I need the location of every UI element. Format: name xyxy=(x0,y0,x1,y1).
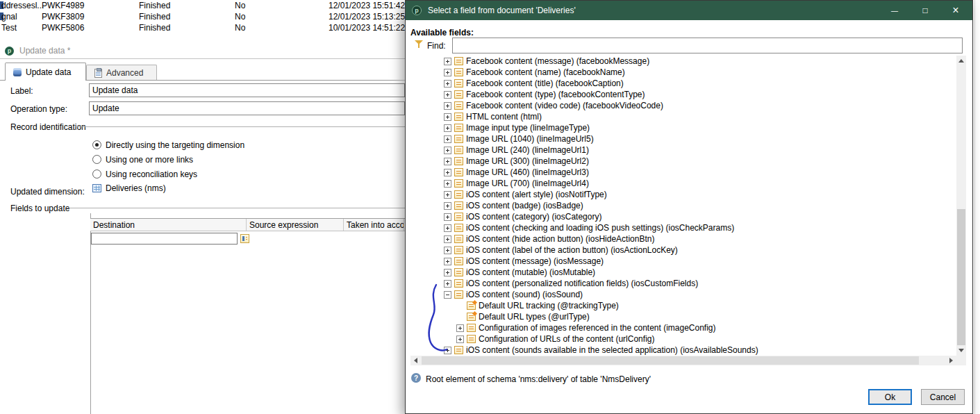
tree-item[interactable]: Image URL (300) (lineImageUrl2) xyxy=(410,156,956,167)
tree-item-label: Image URL (300) (lineImageUrl2) xyxy=(466,156,589,166)
tree-item[interactable]: Configuration of URLs of the content (ur… xyxy=(410,333,956,345)
pane-title: Update data * xyxy=(19,46,70,56)
element-icon xyxy=(454,257,463,265)
tree-item[interactable]: iOS content (sound) (iosSound) xyxy=(410,289,956,300)
tree-item[interactable]: iOS content (alert style) (iosNotifType) xyxy=(410,189,956,200)
element-icon xyxy=(454,235,463,243)
radio-icon[interactable] xyxy=(92,169,101,179)
minimize-icon[interactable] xyxy=(879,1,910,20)
table-row[interactable]: gnalPWKF3809FinishedNo12/01/2023 15:13:2… xyxy=(0,11,405,22)
tab-advanced[interactable]: Advanced xyxy=(86,65,157,81)
tree-item[interactable]: Facebook content (title) (facebookCaptio… xyxy=(410,78,956,89)
expand-icon[interactable] xyxy=(444,224,451,232)
table-row[interactable]: ddressesl...PWKF4989FinishedNo12/01/2023… xyxy=(0,0,405,11)
tree-item[interactable]: Default URL tracking (@trackingType) xyxy=(410,300,956,311)
scroll-right-icon[interactable] xyxy=(946,356,956,365)
column-header[interactable]: Taken into accou xyxy=(344,219,404,231)
expand-icon[interactable] xyxy=(444,258,451,265)
tree-item[interactable]: Configuration of images referenced in th… xyxy=(410,322,956,333)
tree-item[interactable]: Image URL (460) (lineImageUrl3) xyxy=(410,167,956,178)
expand-icon[interactable] xyxy=(444,280,451,288)
tree-item[interactable]: Image URL (240) (lineImageUrl1) xyxy=(410,144,956,156)
expand-icon[interactable] xyxy=(444,169,451,176)
tree-item-label: iOS content (mutable) (iosMutable) xyxy=(466,267,595,277)
table-row[interactable]: TestPWKF5806FinishedNo10/01/2023 14:51:2… xyxy=(0,22,405,33)
tree-item[interactable]: iOS content (checking and loading iOS pu… xyxy=(410,222,956,233)
radio-option[interactable]: Using reconciliation keys xyxy=(92,167,244,181)
expand-icon[interactable] xyxy=(456,324,464,332)
collapse-icon[interactable] xyxy=(444,291,451,299)
tree-item[interactable]: iOS content (category) (iosCategory) xyxy=(410,211,956,222)
expand-icon[interactable] xyxy=(444,235,451,243)
expand-icon[interactable] xyxy=(456,336,464,343)
expand-icon[interactable] xyxy=(444,113,451,121)
horizontal-scrollbar[interactable] xyxy=(410,356,956,365)
expand-icon[interactable] xyxy=(444,180,451,188)
expand-icon[interactable] xyxy=(444,124,451,132)
find-input[interactable] xyxy=(452,38,963,53)
ok-button[interactable]: Ok xyxy=(868,389,912,405)
tree-item[interactable]: Facebook content (name) (facebookName) xyxy=(410,67,956,78)
table-cell: No xyxy=(235,12,245,22)
expand-icon[interactable] xyxy=(444,347,451,354)
close-icon[interactable] xyxy=(940,1,971,20)
expand-icon[interactable] xyxy=(444,213,451,221)
record-identification-label: Record identification xyxy=(10,122,86,132)
label-input[interactable] xyxy=(89,83,405,97)
tree-item[interactable]: Facebook content (message) (facebookMess… xyxy=(410,56,956,67)
tree-item-label: Image URL (700) (lineImageUrl4) xyxy=(466,179,589,188)
expand-icon[interactable] xyxy=(444,147,451,154)
maximize-icon[interactable] xyxy=(910,1,940,20)
table-cell: PWKF5806 xyxy=(42,23,84,33)
horizontal-scroll-thumb[interactable] xyxy=(422,356,919,365)
scroll-left-icon[interactable] xyxy=(410,356,421,365)
tree-item-label: Default URL tracking (@trackingType) xyxy=(479,301,619,310)
expand-icon[interactable] xyxy=(444,202,451,210)
vertical-scroll-thumb[interactable] xyxy=(957,209,965,345)
field-picker-icon[interactable] xyxy=(240,234,249,243)
radio-icon[interactable] xyxy=(92,155,101,164)
tree-item[interactable]: Image URL (700) (lineImageUrl4) xyxy=(410,178,956,189)
expand-icon[interactable] xyxy=(444,135,451,143)
tree-item[interactable]: iOS content (badge) (iosBadge) xyxy=(410,200,956,211)
tab-update-data[interactable]: Update data xyxy=(5,63,86,81)
tree-item[interactable]: iOS content (message) (iosMessage) xyxy=(410,256,956,267)
radio-selected-icon[interactable] xyxy=(92,140,101,149)
expand-icon[interactable] xyxy=(444,158,451,165)
schema-table-icon xyxy=(92,184,101,192)
scroll-up-icon[interactable] xyxy=(956,56,966,66)
radio-option[interactable]: Directly using the targeting dimension xyxy=(92,138,244,152)
expand-icon[interactable] xyxy=(444,247,451,254)
tree-item[interactable]: iOS content (personalized notification f… xyxy=(410,278,956,289)
tree-item[interactable]: iOS content (label of the action button)… xyxy=(410,245,956,256)
tree-item[interactable]: Facebook content (type) (facebookContent… xyxy=(410,89,956,100)
tree-item[interactable]: iOS content (mutable) (iosMutable) xyxy=(410,267,956,278)
tree-item[interactable]: Image input type (lineImageType) xyxy=(410,122,956,133)
expand-icon[interactable] xyxy=(444,58,451,65)
expand-icon[interactable] xyxy=(444,69,451,76)
tree-item[interactable]: iOS content (sounds available in the sel… xyxy=(410,345,956,356)
column-header[interactable]: Source expression xyxy=(247,219,344,231)
cancel-button[interactable]: Cancel xyxy=(921,389,965,405)
column-header[interactable]: Destination xyxy=(90,219,247,231)
expand-icon[interactable] xyxy=(444,102,451,110)
expand-icon[interactable] xyxy=(444,91,451,99)
radio-option[interactable]: Using one or more links xyxy=(92,152,244,167)
tree-item[interactable]: Facebook content (video code) (facebookV… xyxy=(410,100,956,111)
dialog-titlebar[interactable]: Select a field from document 'Deliveries… xyxy=(406,1,972,20)
element-icon xyxy=(454,190,463,199)
tree-item[interactable]: Default URL types (@urlType) xyxy=(410,311,956,322)
tree-item[interactable]: HTML content (html) xyxy=(410,111,956,122)
scroll-down-icon[interactable] xyxy=(956,345,966,356)
vertical-scrollbar[interactable] xyxy=(956,56,966,356)
expand-icon[interactable] xyxy=(444,269,451,276)
update-data-activity-icon xyxy=(5,47,14,56)
operation-type-input[interactable] xyxy=(89,101,405,115)
tree-item[interactable]: iOS content (hide action button) (iosHid… xyxy=(410,233,956,245)
expand-icon[interactable] xyxy=(444,191,451,199)
tree-item[interactable]: Image URL (1040) (lineImageUrl5) xyxy=(410,133,956,144)
expand-icon[interactable] xyxy=(444,80,451,88)
attribute-icon xyxy=(467,301,476,310)
updated-dimension-field[interactable]: Deliveries (nms) xyxy=(92,183,166,193)
destination-cell-input[interactable] xyxy=(91,233,238,245)
